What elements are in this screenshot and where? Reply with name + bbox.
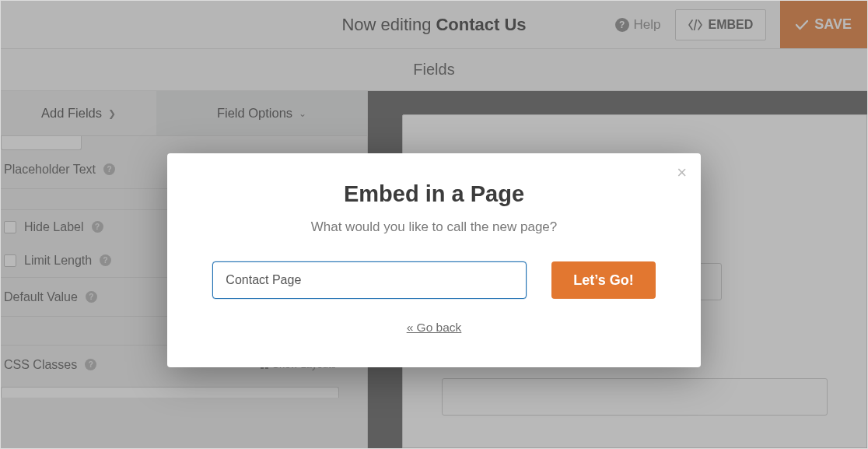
modal-overlay: × Embed in a Page What would you like to… [1, 1, 867, 448]
modal-title: Embed in a Page [206, 181, 662, 207]
lets-go-label: Let’s Go! [573, 272, 633, 288]
go-back-link[interactable]: « Go back [407, 321, 462, 334]
page-name-input[interactable] [212, 261, 527, 299]
lets-go-button[interactable]: Let’s Go! [551, 261, 655, 299]
close-icon[interactable]: × [677, 164, 687, 181]
modal-input-row: Let’s Go! [206, 261, 662, 299]
modal-subtitle: What would you like to call the new page… [206, 219, 662, 235]
embed-modal: × Embed in a Page What would you like to… [167, 153, 701, 367]
